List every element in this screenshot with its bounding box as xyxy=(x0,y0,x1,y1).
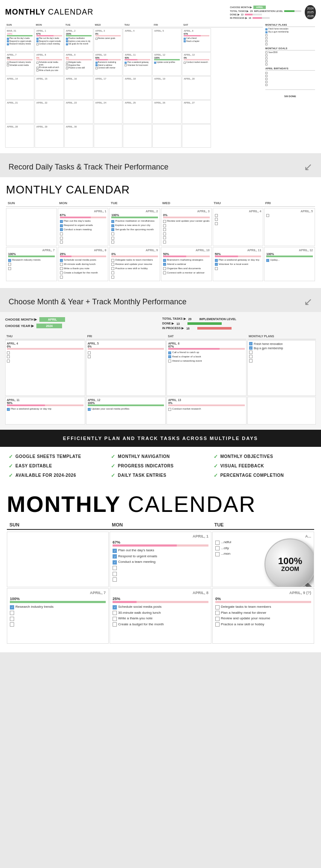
cal-cell-may1 xyxy=(94,124,123,148)
goal-item-1: Save $500 xyxy=(265,51,315,54)
feature-visual: ✓ VISUAL FEEDBACK xyxy=(214,463,312,469)
med-cell-apr2: APRIL, 2 100% Practice meditation or min… xyxy=(109,208,160,246)
partial-apr4: APRIL, 4 0% xyxy=(5,340,85,396)
choose-month-label: CHOOSE MONTH ▶ xyxy=(5,318,37,321)
cal-cell-apr8: APRIL, 8 0% Schedule social media posts … xyxy=(35,52,64,76)
med-day-mon: MON xyxy=(57,200,109,206)
cal-cell-apr27: APRIL, 27 xyxy=(182,100,211,124)
med-cell-apr10: APRIL, 10 50% Brainstorm marketing strat… xyxy=(161,247,212,281)
total-tasks-val-sel: 29 xyxy=(188,318,197,321)
partial-header-thu: THU xyxy=(5,333,85,339)
goal-item-2 xyxy=(265,54,315,57)
mp-item-3 xyxy=(249,351,314,354)
partial-plans: Finish home renovation Buy a gym members… xyxy=(247,340,316,396)
impl-label-s: IMPLEMENTATION LEVEL xyxy=(254,10,283,12)
birthday-item-1 xyxy=(265,71,315,74)
years-badge: 2024 2025 2026 xyxy=(305,5,316,19)
feature-text-4: EASY EDITABLE xyxy=(15,463,52,469)
cal-cell-apr14: APRIL, 14 xyxy=(5,76,34,100)
cal-cell-apr29: APRIL, 29 xyxy=(35,124,64,148)
feature-monthly-nav: ✓ MONTHLY NAVIGATION xyxy=(111,454,210,460)
arrow-curved-2: ↙ xyxy=(304,296,312,308)
cal-cell-apr12: APRIL, 12 100% Update social profiles xyxy=(152,52,181,76)
in-process-label-sel: IN PROCESS ▶ xyxy=(162,327,184,330)
in-process-val-s: 16 xyxy=(249,17,251,19)
done-val-s: 13 xyxy=(241,13,244,16)
day-header-mon-s: MON xyxy=(35,23,64,27)
choose-month-heading: Choose Month & Year + Track Monthly Perf… xyxy=(9,297,187,306)
cal-cell-apr4w1: APRIL, 4 xyxy=(123,28,152,52)
zoom-badge: 100% ZOOM xyxy=(265,538,314,587)
day-header-tue-s: TUE xyxy=(64,23,94,27)
lg-day-mon: MON xyxy=(109,520,211,529)
record-tasks-heading: Record Daily Tasks & Track Their Perform… xyxy=(9,163,168,172)
goal-item-3 xyxy=(265,57,315,60)
partial-plans-2 xyxy=(247,397,316,425)
check-icon-9: ✓ xyxy=(214,473,218,479)
cal-cell-apr3: APRIL, 3 0% Review career goals xyxy=(94,28,123,52)
zoom-badge-text: 100% ZOOM xyxy=(278,556,302,572)
cal-cell-apr5: APRIL, 5 xyxy=(152,28,181,52)
section-large-calendar: MONTHLY CALENDAR SUN MON TUE APRIL, 1 67… xyxy=(0,485,321,652)
cal-cell-apr15: APRIL, 15 xyxy=(35,76,64,100)
cal-cell-may3 xyxy=(152,124,181,148)
med-day-sun: SUN xyxy=(6,200,57,206)
feature-text-2: MONTHLY NAVIGATION xyxy=(118,454,169,459)
done-label-sel: DONE ▶ xyxy=(162,322,174,325)
check-icon-1: ✓ xyxy=(9,454,13,460)
feature-progress: ✓ PROGRESS INDICATORS xyxy=(111,463,210,469)
lg-cell-apr7: APRIL, 7 100% Research industry trends xyxy=(7,588,109,644)
in-process-label-s: IN PROCESS ▶ xyxy=(230,17,247,19)
lg-cell-apr1-tue: A... ...ndful ...city ...mon 100% ZOOM xyxy=(212,532,314,587)
section-text-record: Record Daily Tasks & Track Their Perform… xyxy=(0,153,321,177)
cal-cell-apr20: APRIL, 20 xyxy=(182,76,211,100)
in-process-val-sel: 16 xyxy=(186,327,195,330)
choose-month-label-s: CHOOSE MONTH ▶ xyxy=(230,6,252,9)
partial-apr12: APRIL, 12 100% Update your social media … xyxy=(86,397,166,425)
section-features: ✓ GOOGLE SHEETS TEMPLATE ✓ MONTHLY NAVIG… xyxy=(0,447,321,485)
birthday-item-4 xyxy=(265,80,315,83)
feature-text-3: MONTHLY OBJECTIVES xyxy=(220,454,273,459)
cal-cell-may4 xyxy=(182,124,211,148)
plan-item-1: Finish home renovation xyxy=(265,28,315,30)
cal-cell-apr11: APRIL, 11 50% Plan a weekend getaway Vol… xyxy=(123,52,152,76)
total-tasks-val-s: 29 xyxy=(250,10,253,12)
total-tasks-label-sel: TOTAL TASKS ▶ xyxy=(162,317,186,321)
feature-google-sheets: ✓ GOOGLE SHEETS TEMPLATE xyxy=(9,454,107,460)
cal-cell-apr22: APRIL, 22 xyxy=(35,100,64,124)
dark-banner-text: EFFICIENTLY PLAN AND TRACK TASKS ACROSS … xyxy=(9,436,312,441)
partial-apr5: APRIL, 5 0% xyxy=(86,340,166,396)
feature-pct: ✓ PERCENTAGE COMPLETION xyxy=(214,473,312,479)
med-day-thu: THU xyxy=(212,200,263,206)
x-done-label: 5/9 DONE xyxy=(265,89,315,99)
lg-cell-apr8: APRIL, 8 25% Schedule social media posts… xyxy=(110,588,211,644)
day-header-sun-s: SUN xyxy=(5,23,35,27)
day-header-thu-s: THU xyxy=(123,23,152,27)
mp-item-5 xyxy=(249,359,314,363)
cal-cell-apr16: APRIL, 16 xyxy=(64,76,93,100)
check-icon-8: ✓ xyxy=(111,473,115,479)
cal-cell-apr17: APRIL, 17 xyxy=(94,76,123,100)
med-cell-apr4: APRIL, 4 xyxy=(213,208,264,246)
feature-daily-tasks: ✓ DAILY TASK ENTRIES xyxy=(111,473,210,479)
lg-day-tue: TUE xyxy=(212,520,314,529)
total-tasks-label-s: TOTAL TASKS ▶ xyxy=(230,10,249,12)
selector-right: TOTAL TASKS ▶ 29 IMPLEMENTATION LEVEL DO… xyxy=(162,317,316,330)
lg-cell-empty xyxy=(7,532,109,587)
choose-year-val: 2024 xyxy=(36,324,62,328)
check-icon-4: ✓ xyxy=(9,463,13,469)
impl-label-sel: IMPLEMENTATION LEVEL xyxy=(199,318,236,321)
cal-cell-apr21: APRIL, 21 xyxy=(5,100,34,124)
partial-apr6: APRIL, 6 67% Call a friend to catch up R… xyxy=(166,340,247,396)
med-cell-apr9: APRIL, 9 0% Delegate tasks to team membe… xyxy=(109,247,160,281)
check-icon-7: ✓ xyxy=(9,473,13,479)
cal-cell-apr18: APRIL, 18 xyxy=(123,76,152,100)
partial-apr13: APRIL, 13 0% Conduct market research xyxy=(166,397,247,425)
day-header-sat-s: SAT xyxy=(182,23,211,27)
med-cell-apr3: APRIL, 3 0% Review and update your caree… xyxy=(161,208,212,246)
mp-item-4 xyxy=(249,355,314,358)
cal-title-large: MONTHLY CALENDAR xyxy=(7,493,314,515)
section-month-selector: CHOOSE MONTH ▶ APRIL CHOOSE YEAR ▶ 2024 … xyxy=(0,312,321,430)
choose-month-val: APRIL xyxy=(39,317,65,322)
plan-item-4 xyxy=(265,37,315,39)
